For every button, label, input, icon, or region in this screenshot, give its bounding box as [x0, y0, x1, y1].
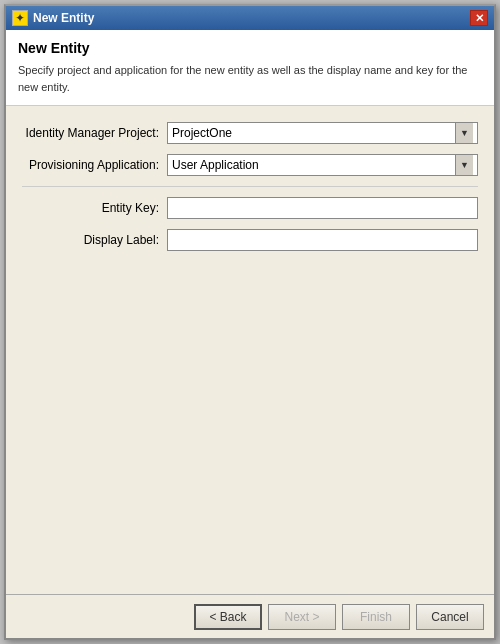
- provisioning-application-label: Provisioning Application:: [22, 158, 167, 172]
- identity-manager-project-dropdown[interactable]: ProjectOne ▼: [167, 122, 478, 144]
- dropdown-arrow-icon[interactable]: ▼: [455, 123, 473, 143]
- identity-manager-project-label: Identity Manager Project:: [22, 126, 167, 140]
- provisioning-application-row: Provisioning Application: User Applicati…: [22, 154, 478, 176]
- entity-key-row: Entity Key:: [22, 197, 478, 219]
- cancel-button[interactable]: Cancel: [416, 604, 484, 630]
- entity-key-input[interactable]: [167, 197, 478, 219]
- content-section: Identity Manager Project: ProjectOne ▼ P…: [6, 106, 494, 594]
- form-separator: [22, 186, 478, 187]
- main-window: ✦ New Entity ✕ New Entity Specify projec…: [4, 4, 496, 640]
- dialog-footer: < Back Next > Finish Cancel: [6, 594, 494, 638]
- entity-key-control: [167, 197, 478, 219]
- identity-manager-project-row: Identity Manager Project: ProjectOne ▼: [22, 122, 478, 144]
- identity-manager-project-value: ProjectOne: [172, 126, 455, 140]
- provisioning-application-value: User Application: [172, 158, 455, 172]
- close-button[interactable]: ✕: [470, 10, 488, 26]
- display-label-input[interactable]: [167, 229, 478, 251]
- display-label-row: Display Label:: [22, 229, 478, 251]
- title-bar-left: ✦ New Entity: [12, 10, 94, 26]
- window-icon: ✦: [12, 10, 28, 26]
- entity-key-label: Entity Key:: [22, 201, 167, 215]
- provisioning-application-dropdown[interactable]: User Application ▼: [167, 154, 478, 176]
- provisioning-application-arrow-icon[interactable]: ▼: [455, 155, 473, 175]
- identity-manager-project-control: ProjectOne ▼: [167, 122, 478, 144]
- finish-button[interactable]: Finish: [342, 604, 410, 630]
- title-bar: ✦ New Entity ✕: [6, 6, 494, 30]
- display-label-label: Display Label:: [22, 233, 167, 247]
- dialog-title: New Entity: [18, 40, 482, 56]
- dialog-description: Specify project and application for the …: [18, 62, 482, 95]
- provisioning-application-control: User Application ▼: [167, 154, 478, 176]
- next-button[interactable]: Next >: [268, 604, 336, 630]
- back-button[interactable]: < Back: [194, 604, 262, 630]
- display-label-control: [167, 229, 478, 251]
- title-bar-text: New Entity: [33, 11, 94, 25]
- header-section: New Entity Specify project and applicati…: [6, 30, 494, 106]
